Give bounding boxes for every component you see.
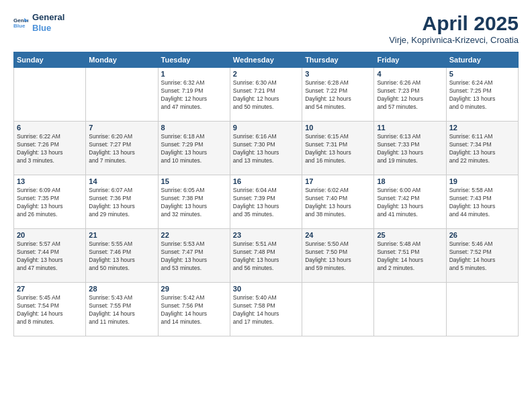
calendar-cell <box>14 68 86 122</box>
day-info: Sunrise: 5:45 AM Sunset: 7:54 PM Dayligh… <box>17 294 83 326</box>
day-info: Sunrise: 6:05 AM Sunset: 7:38 PM Dayligh… <box>161 187 227 219</box>
day-header-wednesday: Wednesday <box>230 52 302 68</box>
calendar-cell: 26Sunrise: 5:46 AM Sunset: 7:52 PM Dayli… <box>446 229 518 283</box>
calendar-cell: 22Sunrise: 5:53 AM Sunset: 7:47 PM Dayli… <box>158 229 230 283</box>
calendar-cell: 27Sunrise: 5:45 AM Sunset: 7:54 PM Dayli… <box>14 283 86 336</box>
calendar-cell: 18Sunrise: 6:00 AM Sunset: 7:42 PM Dayli… <box>374 175 446 229</box>
logo: General Blue General Blue <box>13 12 64 33</box>
day-number: 30 <box>233 285 299 293</box>
calendar-cell: 15Sunrise: 6:05 AM Sunset: 7:38 PM Dayli… <box>158 175 230 229</box>
calendar-cell <box>446 283 518 336</box>
day-number: 25 <box>377 231 443 239</box>
day-info: Sunrise: 6:07 AM Sunset: 7:36 PM Dayligh… <box>89 187 154 219</box>
calendar-cell: 28Sunrise: 5:43 AM Sunset: 7:55 PM Dayli… <box>86 283 158 336</box>
calendar-cell: 10Sunrise: 6:15 AM Sunset: 7:31 PM Dayli… <box>302 122 374 175</box>
day-number: 24 <box>305 231 371 239</box>
day-info: Sunrise: 6:13 AM Sunset: 7:33 PM Dayligh… <box>377 133 443 165</box>
day-info: Sunrise: 6:28 AM Sunset: 7:22 PM Dayligh… <box>305 79 371 111</box>
calendar-cell: 8Sunrise: 6:18 AM Sunset: 7:29 PM Daylig… <box>158 122 230 175</box>
calendar-cell: 23Sunrise: 5:51 AM Sunset: 7:48 PM Dayli… <box>230 229 302 283</box>
calendar-cell: 13Sunrise: 6:09 AM Sunset: 7:35 PM Dayli… <box>14 175 86 229</box>
calendar-cell: 2Sunrise: 6:30 AM Sunset: 7:21 PM Daylig… <box>230 68 302 122</box>
calendar-cell: 16Sunrise: 6:04 AM Sunset: 7:39 PM Dayli… <box>230 175 302 229</box>
calendar-cell: 29Sunrise: 5:42 AM Sunset: 7:56 PM Dayli… <box>158 283 230 336</box>
calendar-cell: 11Sunrise: 6:13 AM Sunset: 7:33 PM Dayli… <box>374 122 446 175</box>
day-number: 13 <box>17 177 83 185</box>
logo-line2: Blue <box>32 23 64 34</box>
day-number: 27 <box>17 285 83 293</box>
day-info: Sunrise: 5:58 AM Sunset: 7:43 PM Dayligh… <box>449 187 515 219</box>
day-info: Sunrise: 6:15 AM Sunset: 7:31 PM Dayligh… <box>305 133 371 165</box>
calendar-cell <box>374 283 446 336</box>
calendar-cell: 9Sunrise: 6:16 AM Sunset: 7:30 PM Daylig… <box>230 122 302 175</box>
title-area: April 2025 Virje, Koprivnica-Krizevci, C… <box>389 12 519 45</box>
calendar-cell <box>86 68 158 122</box>
day-info: Sunrise: 6:02 AM Sunset: 7:40 PM Dayligh… <box>305 187 371 219</box>
day-info: Sunrise: 6:04 AM Sunset: 7:39 PM Dayligh… <box>233 187 299 219</box>
day-number: 11 <box>377 124 443 132</box>
day-info: Sunrise: 6:24 AM Sunset: 7:25 PM Dayligh… <box>449 79 515 111</box>
day-number: 15 <box>161 177 227 185</box>
day-number: 29 <box>161 285 227 293</box>
day-info: Sunrise: 6:30 AM Sunset: 7:21 PM Dayligh… <box>233 79 299 111</box>
day-info: Sunrise: 6:09 AM Sunset: 7:35 PM Dayligh… <box>17 187 83 219</box>
day-number: 21 <box>89 231 154 239</box>
calendar-cell: 5Sunrise: 6:24 AM Sunset: 7:25 PM Daylig… <box>446 68 518 122</box>
day-info: Sunrise: 5:42 AM Sunset: 7:56 PM Dayligh… <box>161 294 227 326</box>
calendar-cell: 17Sunrise: 6:02 AM Sunset: 7:40 PM Dayli… <box>302 175 374 229</box>
day-header-tuesday: Tuesday <box>158 52 230 68</box>
calendar-cell: 19Sunrise: 5:58 AM Sunset: 7:43 PM Dayli… <box>446 175 518 229</box>
day-info: Sunrise: 5:53 AM Sunset: 7:47 PM Dayligh… <box>161 240 227 273</box>
calendar-table: SundayMondayTuesdayWednesdayThursdayFrid… <box>13 52 519 336</box>
day-info: Sunrise: 6:18 AM Sunset: 7:29 PM Dayligh… <box>161 133 227 165</box>
calendar-cell: 25Sunrise: 5:48 AM Sunset: 7:51 PM Dayli… <box>374 229 446 283</box>
calendar-cell: 12Sunrise: 6:11 AM Sunset: 7:34 PM Dayli… <box>446 122 518 175</box>
day-number: 9 <box>233 124 299 132</box>
day-header-sunday: Sunday <box>14 52 86 68</box>
day-info: Sunrise: 5:55 AM Sunset: 7:46 PM Dayligh… <box>89 240 154 273</box>
day-header-monday: Monday <box>86 52 158 68</box>
calendar-cell <box>302 283 374 336</box>
day-number: 10 <box>305 124 371 132</box>
month-title: April 2025 <box>389 12 519 35</box>
day-number: 22 <box>161 231 227 239</box>
calendar-cell: 3Sunrise: 6:28 AM Sunset: 7:22 PM Daylig… <box>302 68 374 122</box>
day-number: 2 <box>233 70 299 78</box>
day-info: Sunrise: 6:11 AM Sunset: 7:34 PM Dayligh… <box>449 133 515 165</box>
calendar-cell: 7Sunrise: 6:20 AM Sunset: 7:27 PM Daylig… <box>86 122 158 175</box>
day-header-thursday: Thursday <box>302 52 374 68</box>
day-number: 16 <box>233 177 299 185</box>
day-number: 14 <box>89 177 154 185</box>
day-info: Sunrise: 5:57 AM Sunset: 7:44 PM Dayligh… <box>17 240 83 273</box>
logo-icon: General Blue <box>13 15 28 30</box>
calendar-cell: 6Sunrise: 6:22 AM Sunset: 7:26 PM Daylig… <box>14 122 86 175</box>
calendar-cell: 21Sunrise: 5:55 AM Sunset: 7:46 PM Dayli… <box>86 229 158 283</box>
day-header-saturday: Saturday <box>446 52 518 68</box>
day-number: 8 <box>161 124 227 132</box>
day-info: Sunrise: 5:46 AM Sunset: 7:52 PM Dayligh… <box>449 240 515 273</box>
calendar-cell: 14Sunrise: 6:07 AM Sunset: 7:36 PM Dayli… <box>86 175 158 229</box>
calendar-cell: 4Sunrise: 6:26 AM Sunset: 7:23 PM Daylig… <box>374 68 446 122</box>
day-header-friday: Friday <box>374 52 446 68</box>
day-number: 26 <box>449 231 515 239</box>
day-number: 17 <box>305 177 371 185</box>
day-number: 5 <box>449 70 515 78</box>
day-info: Sunrise: 6:22 AM Sunset: 7:26 PM Dayligh… <box>17 133 83 165</box>
calendar-cell: 30Sunrise: 5:40 AM Sunset: 7:58 PM Dayli… <box>230 283 302 336</box>
day-number: 23 <box>233 231 299 239</box>
day-info: Sunrise: 5:48 AM Sunset: 7:51 PM Dayligh… <box>377 240 443 273</box>
day-number: 6 <box>17 124 83 132</box>
day-number: 20 <box>17 231 83 239</box>
day-info: Sunrise: 5:51 AM Sunset: 7:48 PM Dayligh… <box>233 240 299 273</box>
day-info: Sunrise: 5:50 AM Sunset: 7:50 PM Dayligh… <box>305 240 371 273</box>
calendar-page: General Blue General Blue April 2025 Vir… <box>0 0 532 411</box>
day-info: Sunrise: 5:40 AM Sunset: 7:58 PM Dayligh… <box>233 294 299 326</box>
day-number: 1 <box>161 70 227 78</box>
calendar-cell: 1Sunrise: 6:32 AM Sunset: 7:19 PM Daylig… <box>158 68 230 122</box>
day-number: 3 <box>305 70 371 78</box>
day-info: Sunrise: 6:16 AM Sunset: 7:30 PM Dayligh… <box>233 133 299 165</box>
calendar-cell: 20Sunrise: 5:57 AM Sunset: 7:44 PM Dayli… <box>14 229 86 283</box>
day-number: 18 <box>377 177 443 185</box>
header: General Blue General Blue April 2025 Vir… <box>13 12 519 45</box>
svg-text:Blue: Blue <box>13 23 26 29</box>
